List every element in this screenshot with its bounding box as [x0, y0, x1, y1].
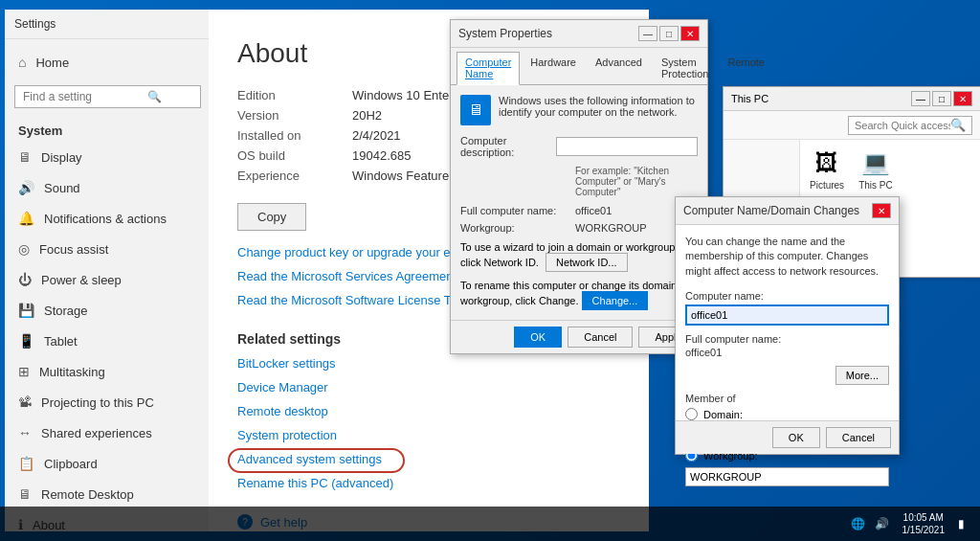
sidebar-item-projecting[interactable]: 📽 Projecting to this PC — [5, 387, 211, 417]
installed-label: Installed on — [237, 128, 352, 143]
desktop: This PC — □ ✕ 🔍 🖼 Pictures 💻 — [0, 0, 980, 541]
workgroup-row: Workgroup: WORKGROUP — [460, 222, 698, 234]
sidebar-item-clipboard[interactable]: 📋 Clipboard — [5, 448, 211, 479]
sys-props-maximize-btn[interactable]: □ — [659, 26, 679, 41]
full-computer-name-value: office01 — [685, 347, 889, 358]
sys-props-minimize-btn[interactable]: — — [638, 26, 657, 41]
tablet-icon: 📱 — [18, 333, 34, 349]
sidebar-item-notifications[interactable]: 🔔 Notifications & actions — [5, 203, 211, 234]
remote-desktop-link[interactable]: Remote desktop — [209, 404, 649, 418]
sys-icon-row: 🖥 Windows uses the following information… — [460, 95, 698, 125]
domain-changes-title: Computer Name/Domain Changes — [683, 204, 859, 217]
this-pc-label: This PC — [858, 180, 893, 191]
this-pc-icon: 💻 — [861, 149, 890, 176]
full-computer-name-label: Full computer name: — [685, 333, 889, 345]
pictures-label: Pictures — [810, 180, 844, 191]
domain-changes-close-btn[interactable]: ✕ — [872, 203, 891, 218]
rename-pc-link[interactable]: Rename this PC (advanced) — [209, 476, 649, 490]
sys-props-tabs: Computer Name Hardware Advanced System P… — [451, 48, 707, 85]
domain-radio[interactable] — [685, 408, 698, 420]
shared-icon: ↔ — [18, 425, 32, 440]
sidebar-item-label: Power & sleep — [41, 273, 122, 287]
tab-hardware[interactable]: Hardware — [522, 52, 585, 84]
computer-name-input[interactable] — [685, 304, 889, 326]
bitlocker-settings-link[interactable]: BitLocker settings — [209, 356, 649, 371]
pictures-folder-icon: 🖼 — [815, 149, 838, 176]
sidebar-item-label: Storage — [44, 304, 88, 318]
advanced-system-settings-link[interactable]: Advanced system settings — [237, 452, 620, 466]
device-manager-link[interactable]: Device Manager — [209, 380, 649, 394]
domain-cancel-btn[interactable]: Cancel — [826, 427, 891, 448]
copy-button[interactable]: Copy — [237, 203, 306, 231]
explorer-minimize-btn[interactable]: — — [911, 91, 930, 106]
display-icon: 🖥 — [18, 149, 32, 165]
explorer-maximize-btn[interactable]: □ — [932, 91, 951, 106]
settings-search-input[interactable] — [23, 90, 147, 103]
settings-window: Settings ⌂ Home 🔍 System 🖥 Display 🔊 Sou… — [5, 10, 211, 531]
taskbar-show-desktop-btn[interactable]: ▮ — [954, 515, 969, 532]
computer-desc-row: Computer description: — [460, 135, 698, 158]
taskbar-clock[interactable]: 10:05 AM 1/15/2021 — [895, 511, 953, 536]
sidebar-item-label: Multitasking — [39, 365, 105, 379]
sys-props-ok-btn[interactable]: OK — [514, 327, 562, 348]
explorer-search-input[interactable] — [855, 120, 950, 131]
osbuild-label: OS build — [237, 148, 352, 163]
tab-remote[interactable]: Remote — [719, 52, 773, 84]
member-of-label: Member of — [685, 393, 889, 404]
more-button[interactable]: More... — [835, 366, 889, 385]
home-icon: ⌂ — [18, 55, 26, 70]
sys-props-content: 🖥 Windows uses the following information… — [451, 85, 707, 327]
storage-icon: 💾 — [18, 303, 34, 318]
sidebar-item-label: Clipboard — [44, 457, 98, 471]
sys-props-window-controls[interactable]: — □ ✕ — [638, 26, 700, 41]
wizard-text: To use a wizard to join a domain or work… — [460, 241, 698, 272]
sidebar-item-display[interactable]: 🖥 Display — [5, 142, 211, 172]
change-button[interactable]: Change... — [582, 291, 649, 310]
sidebar-item-power[interactable]: ⏻ Power & sleep — [5, 264, 211, 295]
settings-titlebar: Settings — [5, 10, 211, 39]
tab-system-protection[interactable]: System Protection — [653, 52, 718, 84]
settings-nav: ⌂ Home 🔍 System 🖥 Display 🔊 Sound 🔔 Noti… — [5, 39, 211, 541]
search-icon: 🔍 — [147, 90, 162, 103]
sys-props-close-btn[interactable]: ✕ — [680, 26, 700, 41]
settings-search-box[interactable]: 🔍 — [14, 85, 201, 108]
domain-changes-content: You can change the name and the membersh… — [676, 225, 899, 496]
projecting-icon: 📽 — [18, 394, 32, 410]
explorer-titlebar: This PC — □ ✕ — [724, 87, 980, 111]
osbuild-value: 19042.685 — [352, 148, 411, 163]
clipboard-icon: 📋 — [18, 456, 34, 471]
installed-value: 2/4/2021 — [352, 128, 401, 143]
tab-computer-name[interactable]: Computer Name — [457, 52, 520, 85]
domain-changes-window-controls[interactable]: ✕ — [872, 203, 891, 218]
version-label: Version — [237, 108, 352, 123]
network-id-button[interactable]: Network ID... — [546, 253, 628, 272]
remote-icon: 🖥 — [18, 486, 32, 502]
sidebar-item-shared[interactable]: ↔ Shared experiences — [5, 417, 211, 448]
domain-ok-btn[interactable]: OK — [772, 427, 820, 448]
domain-changes-titlebar: Computer Name/Domain Changes ✕ — [676, 197, 899, 225]
workgroup-label: Workgroup: — [460, 222, 575, 234]
explorer-search-box[interactable]: 🔍 — [848, 116, 972, 135]
sidebar-item-multitasking[interactable]: ⊞ Multitasking — [5, 356, 211, 387]
sidebar-item-label: Remote Desktop — [41, 487, 134, 502]
sidebar-item-tablet[interactable]: 📱 Tablet — [5, 326, 211, 356]
sidebar-item-label: Shared experiences — [41, 426, 152, 440]
tab-advanced[interactable]: Advanced — [587, 52, 651, 84]
explorer-window-controls[interactable]: — □ ✕ — [911, 91, 972, 106]
explorer-close-btn[interactable]: ✕ — [953, 91, 972, 106]
sidebar-item-sound[interactable]: 🔊 Sound — [5, 172, 211, 203]
sidebar-item-storage[interactable]: 💾 Storage — [5, 295, 211, 326]
sidebar-item-label: Display — [41, 150, 82, 165]
system-protection-link[interactable]: System protection — [209, 428, 649, 442]
sidebar-item-home[interactable]: ⌂ Home — [5, 47, 211, 78]
workgroup-name-input[interactable] — [685, 467, 889, 486]
domain-changes-dialog: Computer Name/Domain Changes ✕ You can c… — [675, 196, 900, 455]
version-value: 20H2 — [352, 108, 382, 123]
sidebar-item-remote[interactable]: 🖥 Remote Desktop — [5, 479, 211, 509]
computer-name-field-label: Computer name: — [685, 290, 889, 302]
sidebar-item-focus[interactable]: ◎ Focus assist — [5, 234, 211, 264]
sys-props-cancel-btn[interactable]: Cancel — [568, 327, 633, 348]
experience-label: Experience — [237, 169, 352, 183]
taskbar: 🌐 🔊 10:05 AM 1/15/2021 ▮ — [0, 507, 980, 541]
computer-desc-input[interactable] — [556, 137, 698, 156]
